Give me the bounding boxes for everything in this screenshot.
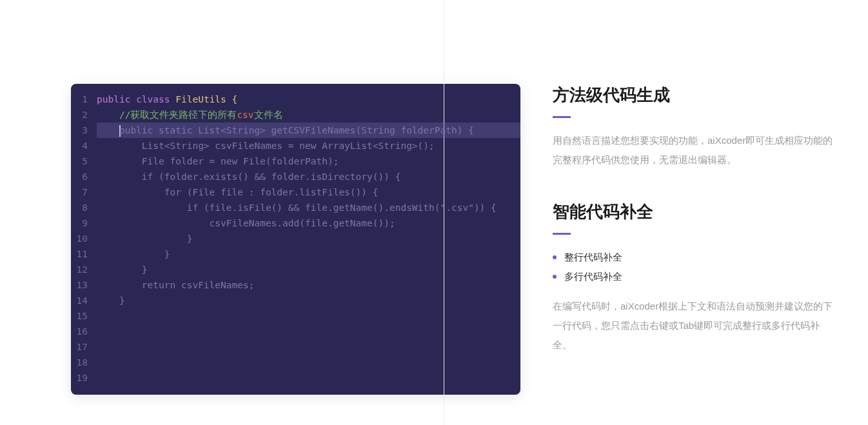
code-suggestion-line: csvFileNames.add(file.getName()); [97,215,520,231]
feature-bullets: 整行代码补全 多行代码补全 [553,248,836,286]
vertical-divider [444,0,444,425]
code-suggestion-line: } [97,231,520,246]
line-number: 4 [71,138,97,153]
code-line-content [97,370,520,386]
code-suggestion-line: } [97,293,520,308]
line-number: 10 [71,231,97,246]
line-number: 9 [71,215,97,231]
line-number: 2 [71,107,97,123]
title-underline [553,116,571,118]
line-number: 12 [71,262,97,277]
title-underline [553,233,571,235]
code-suggestion-line: if (file.isFile() && file.getName().ends… [97,200,520,215]
code-suggestion-line: } [97,246,520,262]
feature-section-completion: 智能代码补全 整行代码补全 多行代码补全 在编写代码时，aiXcoder根据上下… [553,201,836,355]
code-editor-panel: 1 public clvass FileUtils { 2 //获取文件夹路径下… [71,84,520,395]
line-number: 6 [71,169,97,184]
line-number: 15 [71,308,97,324]
code-suggestion-line: } [97,262,520,277]
code-suggestion-line: return csvFileNames; [97,277,520,293]
code-suggestion-line: if (folder.exists() && folder.isDirector… [97,169,520,184]
line-number: 3 [71,123,97,138]
line-number: 1 [71,92,97,107]
code-suggestion-line: File folder = new File(folderPath); [97,153,520,169]
code-line-content [97,308,520,324]
bullet-item: 多行代码补全 [553,267,836,286]
line-number: 5 [71,153,97,169]
line-number: 11 [71,246,97,262]
section-title: 智能代码补全 [553,201,836,223]
code-line-content [97,339,520,355]
line-number: 17 [71,339,97,355]
code-suggestion-line: List<String> csvFileNames = new ArrayLis… [97,138,520,153]
code-line-content: public clvass FileUtils { [97,92,520,107]
code-suggestion-line[interactable]: public static List<String> getCSVFileNam… [97,123,520,138]
line-number: 8 [71,200,97,215]
section-description: 在编写代码时，aiXcoder根据上下文和语法自动预测并建议您的下一行代码，您只… [553,297,836,355]
line-number: 19 [71,370,97,386]
code-line-content [97,355,520,370]
section-title: 方法级代码生成 [553,84,836,106]
line-number: 16 [71,324,97,339]
feature-section-codegen: 方法级代码生成 用自然语言描述您想要实现的功能，aiXcoder即可生成相应功能… [553,84,836,170]
section-description: 用自然语言描述您想要实现的功能，aiXcoder即可生成相应功能的完整程序代码供… [553,131,836,170]
line-number: 13 [71,277,97,293]
line-number: 18 [71,355,97,370]
code-line-content: //获取文件夹路径下的所有csv文件名 [97,107,520,123]
code-suggestion-line: for (File file : folder.listFiles()) { [97,184,520,200]
line-number: 7 [71,184,97,200]
feature-sidebar: 方法级代码生成 用自然语言描述您想要实现的功能，aiXcoder即可生成相应功能… [553,84,836,395]
code-line-content [97,324,520,339]
line-number: 14 [71,293,97,308]
bullet-item: 整行代码补全 [553,248,836,267]
